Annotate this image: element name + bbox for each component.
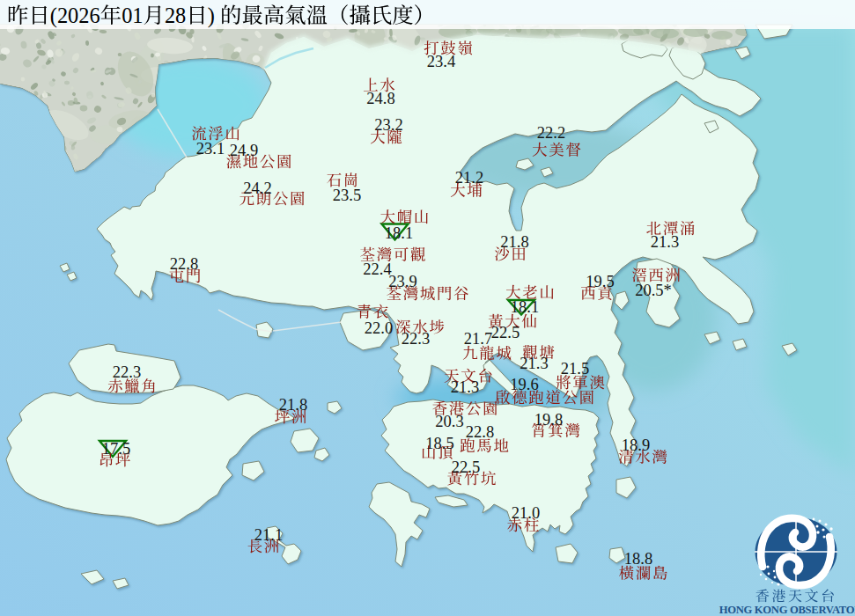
- svg-text:21.8: 21.8: [500, 233, 528, 251]
- svg-text:24.9: 24.9: [230, 142, 258, 159]
- svg-text:01: 01: [122, 4, 143, 27]
- svg-text:): ): [208, 4, 220, 28]
- svg-text:21.3: 21.3: [451, 378, 479, 396]
- svg-text:21.2: 21.2: [455, 169, 483, 187]
- svg-text:22.5: 22.5: [491, 324, 520, 341]
- svg-text:23.2: 23.2: [374, 116, 402, 134]
- svg-text:22.3: 22.3: [402, 330, 430, 348]
- svg-text:22.8: 22.8: [466, 423, 494, 441]
- svg-text:19.8: 19.8: [534, 411, 563, 429]
- svg-text:22.8: 22.8: [170, 255, 198, 273]
- svg-text:28: 28: [165, 4, 186, 27]
- svg-text:24.8: 24.8: [366, 90, 394, 107]
- svg-text:21.8: 21.8: [279, 396, 307, 414]
- svg-text:21.3: 21.3: [651, 233, 679, 251]
- svg-text:23.5: 23.5: [333, 187, 361, 204]
- svg-text:18.9: 18.9: [622, 436, 650, 454]
- svg-text:22.4: 22.4: [363, 260, 391, 278]
- svg-text:23.4: 23.4: [427, 53, 455, 70]
- svg-text:18.1: 18.1: [385, 224, 413, 242]
- svg-text:23.9: 23.9: [388, 273, 416, 290]
- svg-text:21.3: 21.3: [520, 355, 548, 372]
- svg-text:23.1: 23.1: [196, 140, 225, 158]
- svg-text:20.3: 20.3: [435, 413, 463, 430]
- svg-text:22.2: 22.2: [537, 124, 565, 142]
- svg-text:19.5: 19.5: [586, 273, 614, 290]
- svg-text:18.1: 18.1: [511, 298, 539, 316]
- svg-text:17.5: 17.5: [102, 440, 130, 458]
- svg-text:20.5*: 20.5*: [635, 282, 672, 299]
- svg-text:(2026: (2026: [50, 4, 100, 28]
- svg-text:18.8: 18.8: [624, 550, 652, 568]
- svg-text:22.5: 22.5: [452, 458, 480, 476]
- svg-text:HONG KONG OBSERVATORY: HONG KONG OBSERVATORY: [719, 604, 855, 616]
- svg-text:21.0: 21.0: [512, 504, 540, 522]
- svg-text:19.6: 19.6: [510, 376, 538, 393]
- svg-text:24.2: 24.2: [243, 180, 271, 197]
- svg-text:21.1: 21.1: [254, 526, 283, 544]
- svg-text:18.5: 18.5: [425, 435, 453, 452]
- svg-text:22.3: 22.3: [113, 363, 141, 381]
- svg-text:21.5: 21.5: [561, 360, 589, 378]
- svg-text:22.0: 22.0: [365, 319, 393, 337]
- svg-text:21.7: 21.7: [464, 330, 492, 348]
